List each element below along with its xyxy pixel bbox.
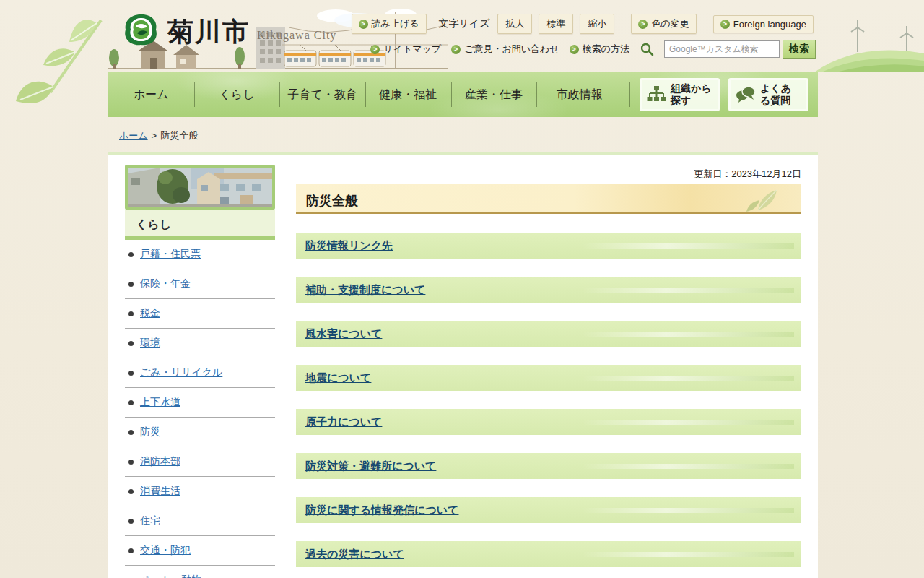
arrow-circle-icon: [720, 20, 730, 29]
site-search-input[interactable]: [664, 40, 780, 58]
updated-date: 更新日：2023年12月12日: [694, 168, 801, 181]
sidebar: くらし 戸籍・住民票 保険・年金 税金 環境 ごみ・リサイクル 上下水道 防災 …: [125, 165, 275, 578]
utility-bar-top: 読み上げる 文字サイズ 拡大 標準 縮小 色の変更 Foreign langua…: [352, 14, 814, 34]
global-nav: ホーム くらし 子育て・教育 健康・福祉 産業・仕事 市政情報: [108, 72, 818, 117]
sidebar-item-bousai: 防災: [125, 418, 275, 447]
sidebar-link[interactable]: 環境: [140, 337, 160, 350]
sidebar-link[interactable]: 防災: [140, 426, 160, 439]
arrow-circle-icon: [359, 20, 368, 29]
content-link-bar: 過去の災害について: [296, 541, 801, 567]
breadcrumb: ホーム>防災全般: [119, 129, 198, 142]
arrow-circle-icon: [370, 45, 380, 54]
bullet-icon: [128, 489, 134, 494]
org-search-button[interactable]: 組織から探す: [640, 78, 720, 111]
site-header: 菊川市 Kikugawa City 読み上げる 文字サイズ 拡大 標準 縮小 色…: [0, 0, 924, 72]
nav-item-kurashi[interactable]: くらし: [194, 87, 280, 103]
sidebar-item-jougesuidou: 上下水道: [125, 388, 275, 418]
org-chart-icon: [647, 86, 666, 103]
sidebar-link[interactable]: 住宅: [140, 514, 160, 527]
font-standard-button[interactable]: 標準: [539, 14, 573, 34]
content-link-bar: 防災対策・避難所について: [296, 453, 801, 479]
nav-buttons: 組織から探す よくある質問: [640, 78, 808, 111]
sidebar-item-shoubou: 消防本部: [125, 447, 275, 477]
sidebar-link[interactable]: 税金: [140, 307, 160, 320]
content-link-fuusuigai[interactable]: 風水害について: [296, 321, 382, 347]
breadcrumb-home-link[interactable]: ホーム: [119, 130, 148, 141]
nav-item-kenkou[interactable]: 健康・福祉: [365, 87, 451, 103]
sidebar-link[interactable]: ごみ・リサイクル: [140, 366, 222, 379]
bullet-icon: [128, 341, 134, 346]
nav-item-sangyou[interactable]: 産業・仕事: [451, 87, 537, 103]
bullet-icon: [128, 282, 134, 287]
sidebar-item-zeikin: 税金: [125, 299, 275, 329]
page: 菊川市 Kikugawa City 読み上げる 文字サイズ 拡大 標準 縮小 色…: [0, 0, 924, 578]
content-link-bar: 補助・支援制度について: [296, 277, 801, 303]
content-link-bar: 風水害について: [296, 321, 801, 347]
bullet-icon: [128, 460, 134, 465]
sitemap-label: サイトマップ: [383, 43, 441, 56]
sidebar-link[interactable]: 消費生活: [140, 485, 180, 498]
color-change-label: 色の変更: [651, 17, 689, 30]
nav-item-kosodate[interactable]: 子育て・教育: [279, 87, 365, 103]
bullet-icon: [128, 400, 134, 405]
arrow-circle-icon: [638, 20, 648, 29]
color-change-button[interactable]: 色の変更: [631, 14, 696, 34]
content-area: くらし 戸籍・住民票 保険・年金 税金 環境 ごみ・リサイクル 上下水道 防災 …: [108, 152, 818, 578]
breadcrumb-current: 防災全般: [160, 130, 198, 141]
font-enlarge-button[interactable]: 拡大: [497, 14, 532, 34]
nav-item-home[interactable]: ホーム: [108, 87, 194, 103]
content-link-hojo-shien[interactable]: 補助・支援制度について: [296, 277, 425, 303]
bullet-icon: [128, 252, 134, 257]
sidebar-link[interactable]: 上下水道: [140, 396, 180, 409]
utility-bar-bottom: サイトマップ ご意見・お問い合わせ 検索の方法 検索: [370, 40, 816, 59]
sitemap-link[interactable]: サイトマップ: [370, 43, 441, 56]
content-link-bousai-links[interactable]: 防災情報リンク先: [296, 233, 393, 259]
bullet-icon: [128, 430, 134, 435]
arrow-circle-icon: [570, 45, 579, 54]
read-aloud-button[interactable]: 読み上げる: [352, 14, 427, 34]
sidebar-menu: 戸籍・住民票 保険・年金 税金 環境 ごみ・リサイクル 上下水道 防災 消防本部…: [125, 240, 275, 578]
font-reduce-button[interactable]: 縮小: [580, 14, 614, 34]
content-link-jouhou-hasshin[interactable]: 防災に関する情報発信について: [296, 497, 458, 523]
sidebar-item-kankyou: 環境: [125, 329, 275, 358]
content-link-jishin[interactable]: 地震について: [296, 365, 371, 391]
content-link-bar: 防災情報リンク先: [296, 233, 801, 259]
faq-label: よくある質問: [760, 82, 801, 107]
contact-link[interactable]: ご意見・お問い合わせ: [451, 43, 559, 56]
sidebar-link[interactable]: 交通・防犯: [140, 544, 191, 557]
search-help-link[interactable]: 検索の方法: [570, 43, 629, 56]
search-help-label: 検索の方法: [583, 43, 629, 56]
read-aloud-label: 読み上げる: [372, 17, 419, 30]
search-button[interactable]: 検索: [783, 40, 816, 59]
faq-button[interactable]: よくある質問: [728, 78, 808, 111]
chat-bubbles-icon: [736, 86, 756, 103]
sidebar-link[interactable]: 保険・年金: [140, 277, 191, 290]
sidebar-link[interactable]: ペット・動物: [140, 574, 201, 578]
sidebar-item-hoken: 保険・年金: [125, 269, 275, 299]
content-link-kako-saigai[interactable]: 過去の災害について: [296, 541, 404, 567]
sidebar-item-pet: ペット・動物: [125, 566, 275, 578]
content-link-bar: 原子力について: [296, 409, 801, 435]
hills-windmills-illustration: [814, 20, 924, 72]
sidebar-item-juutaku: 住宅: [125, 506, 275, 536]
sidebar-item-koutsuu: 交通・防犯: [125, 536, 275, 566]
content-link-genshiryoku[interactable]: 原子力について: [296, 409, 382, 435]
sidebar-item-koseki: 戸籍・住民票: [125, 240, 275, 269]
nav-item-shisei[interactable]: 市政情報: [536, 87, 622, 103]
arrow-circle-icon: [451, 45, 461, 54]
content-link-taisaku-hinanjo[interactable]: 防災対策・避難所について: [296, 453, 436, 479]
sidebar-link[interactable]: 消防本部: [140, 455, 180, 468]
kikugawa-city-emblem-icon: [121, 12, 160, 48]
sidebar-category-photo: [125, 165, 275, 210]
main-column: 更新日：2023年12月12日 防災全般 防災情報リンク先 補助・支援制度につい…: [296, 155, 801, 578]
leaf-decoration-icon: [744, 189, 781, 213]
content-link-bar: 地震について: [296, 365, 801, 391]
sidebar-section-title: くらし: [125, 210, 275, 240]
site-name: 菊川市: [167, 19, 250, 48]
sidebar-link[interactable]: 戸籍・住民票: [140, 248, 201, 261]
foreign-language-button[interactable]: Foreign language: [713, 15, 814, 33]
breadcrumb-separator: >: [152, 130, 157, 141]
search-icon: [640, 42, 654, 56]
site-logo[interactable]: 菊川市 Kikugawa City: [121, 12, 336, 48]
bullet-icon: [128, 519, 134, 524]
